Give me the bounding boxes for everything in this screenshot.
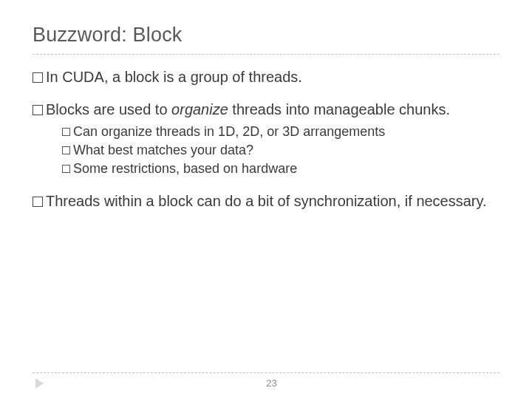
square-bullet-icon (62, 128, 70, 136)
slide: Buzzword: Block In CUDA, a block is a gr… (0, 0, 532, 399)
square-bullet-icon (62, 165, 70, 173)
title-underline (33, 54, 499, 55)
bullet-text-emphasis: organize (171, 101, 228, 117)
sub-bullet-item: Some restrictions, based on hardware (62, 160, 499, 177)
square-bullet-icon (33, 105, 43, 115)
bullet-text: Threads within a block can do a bit of s… (46, 192, 499, 211)
square-bullet-icon (33, 197, 43, 207)
bullet-item: In CUDA, a block is a group of threads. (33, 68, 499, 87)
slide-title: Buzzword: Block (33, 24, 499, 47)
bullet-text-fragment: Blocks are used to (46, 101, 171, 117)
sub-bullet-item: Can organize threads in 1D, 2D, or 3D ar… (62, 123, 499, 140)
square-bullet-icon (33, 72, 43, 83)
footer-divider (33, 372, 499, 373)
sub-bullet-text: Can organize threads in 1D, 2D, or 3D ar… (73, 123, 499, 140)
sub-bullet-list: Can organize threads in 1D, 2D, or 3D ar… (46, 123, 499, 177)
sub-bullet-text: What best matches your data? (73, 142, 499, 159)
bullet-text-fragment: threads into manageable chunks. (228, 101, 450, 117)
bullet-item: Blocks are used to organize threads into… (33, 100, 499, 180)
sub-bullet-text: Some restrictions, based on hardware (73, 160, 499, 177)
slide-body: In CUDA, a block is a group of threads. … (33, 68, 499, 211)
square-bullet-icon (62, 146, 70, 154)
bullet-item: Threads within a block can do a bit of s… (33, 192, 499, 211)
bullet-text: Blocks are used to organize threads into… (46, 100, 499, 180)
arrow-right-icon (35, 378, 44, 389)
bullet-text: In CUDA, a block is a group of threads. (46, 68, 499, 87)
slide-footer: 23 (0, 372, 532, 389)
footer-row: 23 (0, 378, 532, 389)
sub-bullet-item: What best matches your data? (62, 142, 499, 159)
page-number: 23 (44, 378, 499, 389)
